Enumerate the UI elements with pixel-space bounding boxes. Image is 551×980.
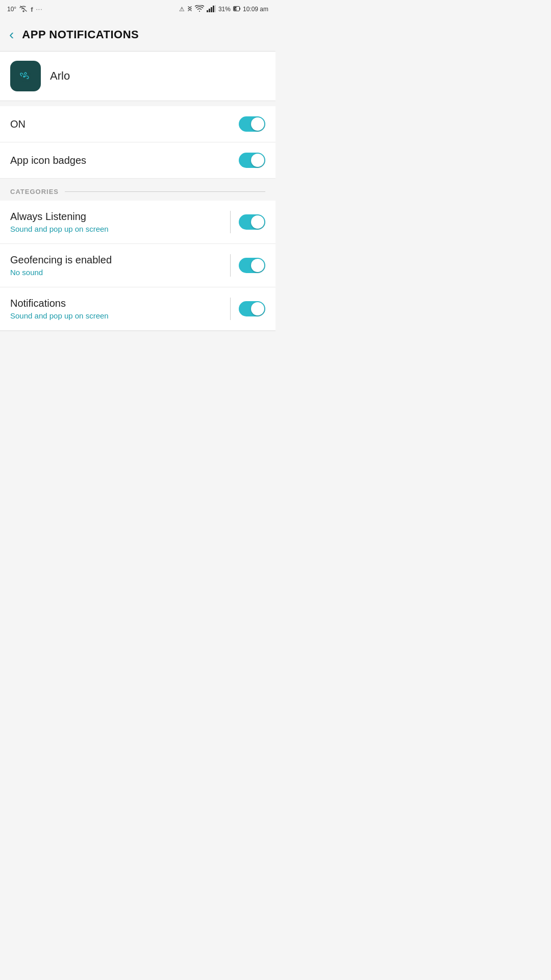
always-listening-divider — [230, 211, 231, 233]
signal-icon — [207, 5, 216, 14]
geofencing-divider — [230, 254, 231, 277]
svg-rect-1 — [209, 9, 210, 12]
badges-toggle[interactable] — [239, 153, 265, 168]
status-right: ⚠ 31% — [179, 5, 268, 14]
always-listening-info: Always Listening Sound and pop up on scr… — [10, 211, 222, 233]
empty-area — [0, 331, 276, 484]
categories-divider — [65, 191, 265, 192]
notifications-subtitle: Sound and pop up on screen — [10, 311, 222, 320]
battery-text: 31% — [218, 6, 231, 13]
badges-label: App icon badges — [10, 155, 86, 166]
svg-rect-2 — [211, 7, 212, 12]
geofencing-info: Geofencing is enabled No sound — [10, 254, 222, 277]
always-listening-toggle[interactable] — [239, 214, 265, 230]
warning-icon: ⚠ — [179, 6, 185, 13]
on-toggle[interactable] — [239, 116, 265, 132]
geofencing-title: Geofencing is enabled — [10, 254, 222, 266]
notifications-toggle-knob — [251, 302, 264, 315]
svg-rect-0 — [207, 10, 208, 12]
badges-setting-row: App icon badges — [0, 142, 276, 179]
facebook-icon: f — [31, 6, 33, 13]
geofencing-toggle[interactable] — [239, 258, 265, 273]
notifications-info: Notifications Sound and pop up on screen — [10, 298, 222, 320]
svg-rect-3 — [213, 6, 214, 12]
notifications-row[interactable]: Notifications Sound and pop up on screen — [0, 287, 276, 331]
on-label: ON — [10, 118, 26, 130]
battery-icon — [233, 6, 240, 13]
notifications-toggle[interactable] — [239, 301, 265, 316]
notifications-divider — [230, 298, 231, 320]
wifi-off-icon — [19, 5, 28, 14]
app-row: Arlo — [0, 52, 276, 101]
svg-rect-6 — [239, 8, 240, 10]
back-button[interactable]: ‹ — [7, 26, 16, 44]
always-listening-title: Always Listening — [10, 211, 222, 223]
geofencing-subtitle: No sound — [10, 268, 222, 277]
status-bar: 10° f ··· ⚠ — [0, 0, 276, 18]
on-setting-row: ON — [0, 106, 276, 142]
app-icon — [10, 61, 41, 91]
wifi-icon — [195, 5, 204, 14]
header: ‹ APP NOTIFICATIONS — [0, 18, 276, 52]
geofencing-toggle-knob — [251, 259, 264, 272]
more-icon: ··· — [36, 6, 43, 13]
on-toggle-knob — [251, 117, 264, 131]
badges-toggle-knob — [251, 154, 264, 167]
app-name: Arlo — [50, 69, 70, 83]
svg-rect-4 — [215, 5, 216, 12]
page-title: APP NOTIFICATIONS — [22, 28, 139, 41]
status-left: 10° f ··· — [7, 5, 43, 14]
categories-section-header: CATEGORIES — [0, 179, 276, 201]
always-listening-row[interactable]: Always Listening Sound and pop up on scr… — [0, 201, 276, 244]
spacer1 — [0, 101, 276, 106]
always-listening-subtitle: Sound and pop up on screen — [10, 225, 222, 233]
notifications-title: Notifications — [10, 298, 222, 309]
time-text: 10:09 am — [243, 6, 268, 13]
bluetooth-icon — [187, 5, 192, 14]
temperature-text: 10° — [7, 6, 16, 13]
categories-label: CATEGORIES — [10, 188, 59, 195]
geofencing-row[interactable]: Geofencing is enabled No sound — [0, 244, 276, 287]
always-listening-toggle-knob — [251, 215, 264, 229]
